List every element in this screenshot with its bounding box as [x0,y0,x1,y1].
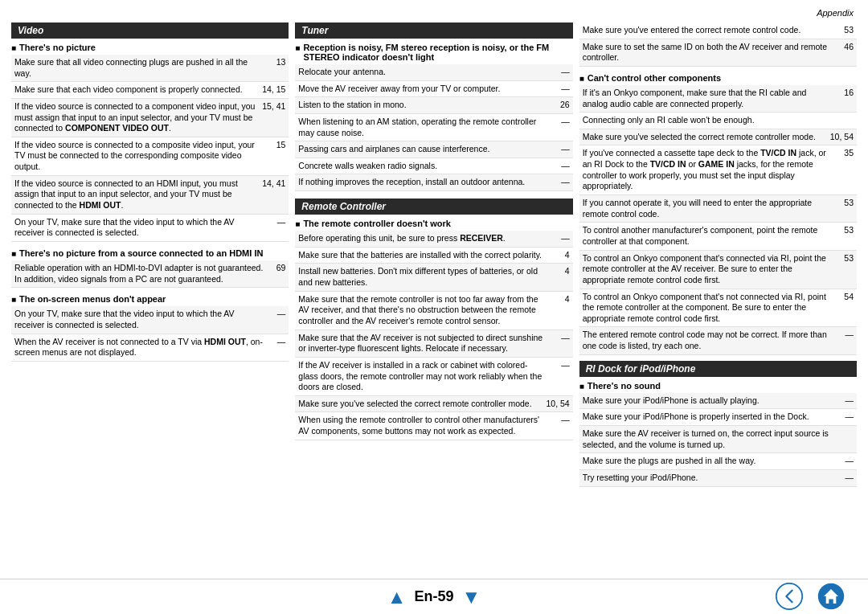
appendix-label: Appendix [11,8,857,18]
tuner-reception-header: Reception is noisy, FM stereo reception … [295,43,572,62]
remote-section-header: Remote Controller [295,199,572,215]
main-columns: Video There's no picture Make sure that … [11,23,857,574]
ri-dock-section-header: RI Dock for iPod/iPhone [579,361,857,377]
page: Appendix Video There's no picture Make s… [0,0,868,614]
table-row: On your TV, make sure that the video inp… [11,215,289,242]
table-row: Make sure the plugs are pushed in all th… [579,453,857,470]
table-row: Move the AV receiver away from your TV o… [295,81,572,98]
onscreen-menus-section: The on-screen menus don't appear On your… [11,290,289,362]
col-video: Video There's no picture Make sure that … [11,23,289,574]
table-row: When using the remote controller to cont… [295,412,572,440]
onscreen-menus-header: The on-screen menus don't appear [11,294,289,304]
remote-code-section: Make sure you've entered the correct rem… [579,23,857,67]
table-row: Install new batteries. Don't mix differe… [295,264,572,291]
cant-control-header: Can't control other components [579,73,857,83]
table-row: If the AV receiver is installed in a rac… [295,358,572,396]
table-row: Make sure that each video component is p… [11,82,289,99]
table-row: Make sure that the batteries are install… [295,248,572,264]
table-row: To control an Onkyo component that's not… [579,289,857,328]
video-section-header: Video [11,23,289,39]
table-row: The entered remote control code may not … [579,327,857,354]
table-row: To control another manufacturer's compon… [579,223,857,250]
tuner-section-header: Tuner [295,23,572,39]
bottom-navigation: ▲ En-59 ▼ [0,579,868,614]
remote-no-work-header: The remote controller doesn't work [295,219,572,228]
table-row: Listen to the station in mono. 26 [295,97,572,114]
table-row: Passing cars and airplanes can cause int… [295,141,572,158]
remote-no-work-section: The remote controller doesn't work Befor… [295,215,572,440]
table-row: Make sure the AV receiver is turned on, … [579,426,857,453]
svg-point-0 [776,583,802,609]
no-picture-hdmi-section: There's no picture from a source connect… [11,244,289,288]
table-row: Make sure you've selected the correct re… [579,129,857,146]
col-ri-dock: Make sure you've entered the correct rem… [579,23,857,574]
table-row: If the video source is connected to a co… [11,137,289,176]
table-row: If nothing improves the reception, insta… [295,174,572,191]
no-picture-header: There's no picture [11,43,289,52]
table-row: Relocate your antenna. — [295,64,572,81]
table-row: If the video source is connected to an H… [11,176,289,215]
ri-dock-no-sound-section: There's no sound Make sure your iPod/iPh… [579,377,857,487]
table-row: Make sure you've selected the correct re… [295,396,572,413]
prev-page-arrow[interactable]: ▲ [387,586,407,608]
table-row: Concrete walls weaken radio signals. — [295,158,572,175]
table-row: Make sure your iPod/iPhone is properly i… [579,409,857,426]
table-row: Reliable operation with an HDMI-to-DVI a… [11,260,289,288]
table-row: Make sure your iPod/iPhone is actually p… [579,393,857,410]
tuner-reception-section: Reception is noisy, FM stereo reception … [295,39,572,191]
table-row: If you cannot operate it, you will need … [579,195,857,223]
no-picture-section: There's no picture Make sure that all vi… [11,39,289,242]
col-tuner-remote: Tuner Reception is noisy, FM stereo rece… [295,23,572,574]
home-button[interactable] [817,582,845,611]
table-row: Connecting only an RI cable won't be eno… [579,113,857,129]
next-page-arrow[interactable]: ▼ [462,586,481,608]
page-number: En-59 [414,588,453,605]
no-picture-hdmi-header: There's no picture from a source connect… [11,248,289,258]
table-row: Make sure you've entered the correct rem… [579,23,857,39]
table-row: When listening to an AM station, operati… [295,114,572,141]
table-row: If the video source is connected to a co… [11,99,289,137]
table-row: If it's an Onkyo component, make sure th… [579,85,857,113]
back-button[interactable] [775,582,804,611]
table-row: Try resetting your iPod/iPhone. — [579,470,857,487]
table-row: If you've connected a cassette tape deck… [579,145,857,195]
table-row: On your TV, make sure that the video inp… [11,306,289,334]
ri-dock-no-sound-header: There's no sound [579,381,857,391]
table-row: To control an Onkyo component that's con… [579,251,857,289]
cant-control-section: Can't control other components If it's a… [579,69,857,355]
table-row: Make sure to set the same ID on both the… [579,39,857,67]
table-row: Make sure that the remote controller is … [295,292,572,330]
table-row: Make sure that the AV receiver is not su… [295,330,572,358]
table-row: Make sure that all video connecting plug… [11,55,289,82]
table-row: Before operating this unit, be sure to p… [295,231,572,248]
table-row: When the AV receiver is not connected to… [11,334,289,362]
